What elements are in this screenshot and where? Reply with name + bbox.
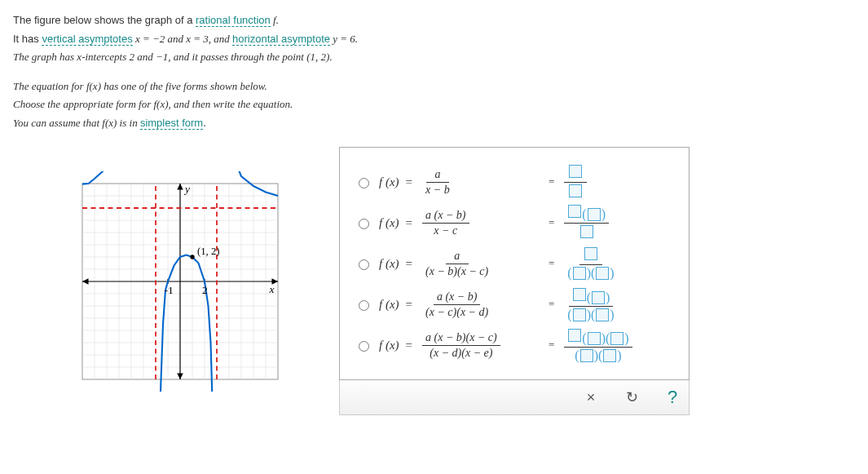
reset-icon[interactable]: ↻ (622, 388, 641, 406)
input-box[interactable] (592, 291, 605, 304)
input-box[interactable] (596, 308, 609, 321)
line-5: Choose the appropriate form for f(x), an… (13, 96, 855, 113)
text: Choose the appropriate form for f(x), an… (13, 98, 293, 110)
option-2-form: f (x)= a (x − b)x − c (379, 209, 542, 237)
input-box[interactable] (580, 225, 593, 238)
input-box[interactable] (568, 329, 581, 342)
input-box[interactable] (588, 332, 601, 345)
rational-function-link[interactable]: rational function (196, 14, 271, 27)
input-box[interactable] (568, 205, 581, 218)
line-3: The graph has x-intercepts 2 and −1, and… (13, 49, 855, 65)
svg-text:2: 2 (202, 284, 208, 296)
option-3-form: f (x)= a(x − b)(x − c) (379, 250, 542, 278)
text: y = 6. (330, 33, 358, 45)
close-icon[interactable]: × (581, 389, 601, 406)
option-1-radio[interactable] (359, 178, 369, 188)
options-panel: f (x)= ax − b = f (x)= a (x − b)x − c = (339, 147, 690, 380)
input-box[interactable] (584, 247, 597, 260)
svg-text:x: x (269, 283, 275, 295)
graph-svg: y x -1 2 (1, 2) (62, 171, 298, 392)
option-5-form: f (x)= a (x − b)(x − c)(x − d)(x − e) (379, 331, 542, 360)
svg-text:-1: -1 (165, 284, 174, 296)
option-3-row: f (x)= a(x − b)(x − c) = (355, 246, 674, 281)
text: The equation for f(x) has one of the fiv… (13, 80, 267, 92)
simplest-form-link[interactable]: simplest form (140, 117, 203, 130)
line-4: The equation for f(x) has one of the fiv… (13, 78, 855, 95)
option-1-form: f (x)= ax − b (379, 168, 542, 197)
input-box[interactable] (569, 165, 582, 178)
option-4-input: = (542, 287, 621, 322)
svg-text:y: y (183, 183, 190, 195)
function-graph: y x -1 2 (1, 2) (62, 171, 298, 394)
text: f. (271, 14, 279, 26)
input-box[interactable] (580, 349, 593, 362)
line-2: It has vertical asymptotes x = −2 and x … (13, 31, 855, 47)
footer-toolbar: × ↻ ? (339, 379, 690, 415)
option-1-row: f (x)= ax − b = (355, 164, 674, 200)
option-2-radio[interactable] (359, 219, 369, 229)
option-5-input: = (542, 328, 636, 363)
text: You can assume that f(x) is in (13, 117, 140, 129)
help-icon[interactable]: ? (663, 387, 682, 408)
input-box[interactable] (596, 267, 609, 280)
vertical-asymptotes-link[interactable]: vertical asymptotes (42, 33, 132, 46)
text: The figure below shows the graph of a (13, 14, 196, 26)
svg-point-37 (190, 255, 194, 259)
input-box[interactable] (610, 332, 623, 345)
input-box[interactable] (569, 184, 582, 197)
option-4-form: f (x)= a (x − b)(x − c)(x − d) (379, 290, 542, 319)
option-5-radio[interactable] (359, 341, 369, 352)
option-2-input: = (542, 204, 612, 241)
text: . (203, 117, 206, 129)
option-4-radio[interactable] (359, 300, 369, 311)
option-1-input: = (542, 164, 590, 201)
option-4-row: f (x)= a (x − b)(x − c)(x − d) = (355, 286, 674, 322)
line-1: The figure below shows the graph of a ra… (13, 12, 855, 29)
input-box[interactable] (588, 208, 601, 221)
input-box[interactable] (573, 267, 586, 280)
option-2-row: f (x)= a (x − b)x − c = (355, 205, 674, 241)
option-5-row: f (x)= a (x − b)(x − c)(x − d)(x − e) = (355, 327, 674, 363)
input-box[interactable] (573, 288, 586, 301)
text: The graph has x-intercepts 2 and −1, and… (13, 51, 333, 63)
text: x = −2 and x = 3, and (133, 33, 232, 45)
text: It has (13, 33, 42, 45)
input-box[interactable] (603, 349, 616, 362)
input-box[interactable] (573, 308, 586, 321)
line-6: You can assume that f(x) is in simplest … (13, 115, 855, 131)
point-label: (1, 2) (197, 246, 220, 257)
horizontal-asymptote-link[interactable]: horizontal asymptote (232, 33, 330, 46)
option-3-radio[interactable] (359, 259, 369, 270)
option-3-input: = (542, 246, 621, 281)
